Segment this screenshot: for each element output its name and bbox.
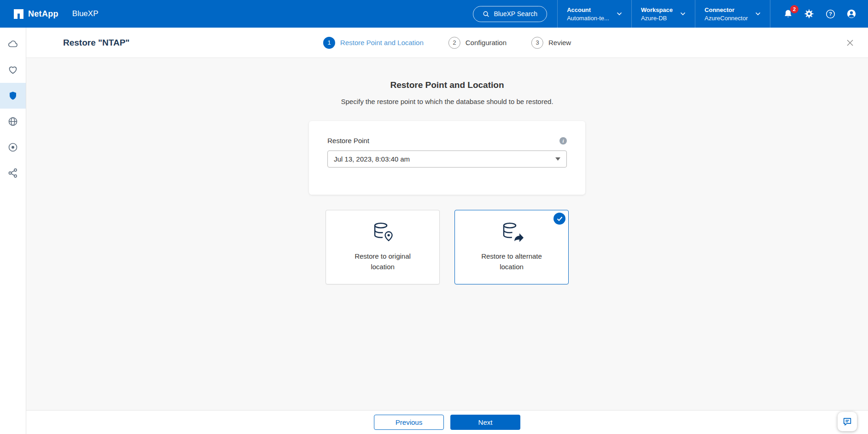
left-sidebar [0, 28, 26, 434]
selected-check-badge [553, 213, 565, 225]
canvas-icon [7, 39, 18, 50]
restore-alternate-location-card[interactable]: Restore to alternate location [454, 210, 569, 284]
help-button[interactable]: ? [825, 8, 836, 19]
wizard-footer: Previous Next [26, 410, 868, 434]
database-pin-icon [370, 220, 395, 245]
observability-icon [7, 142, 18, 153]
option-label: Restore to original location [347, 251, 419, 272]
sidebar-item-protection[interactable] [0, 83, 26, 109]
connector-menu-value: AzureConnector [705, 15, 748, 22]
connector-menu-label: Connector [705, 6, 748, 13]
location-options: Restore to original location [26, 210, 868, 284]
close-wizard-button[interactable] [845, 38, 855, 48]
select-caret-icon [555, 157, 560, 161]
info-icon[interactable]: i [559, 137, 567, 145]
brand: NetApp [14, 9, 58, 19]
chevron-down-icon [617, 12, 622, 16]
chat-launcher-button[interactable] [838, 412, 857, 431]
step-2-label: Configuration [466, 39, 507, 46]
close-icon [847, 40, 853, 47]
restore-point-card: Restore Point i Jul 13, 2023, 8:03:40 am [309, 121, 585, 195]
protection-shield-icon [7, 90, 18, 101]
workspace-menu-value: Azure-DB [641, 15, 673, 22]
gear-icon [804, 9, 814, 19]
option-label: Restore to alternate location [476, 251, 548, 272]
step-2-number: 2 [449, 37, 460, 49]
wizard-step-1: 1 Restore Point and Location [323, 37, 424, 49]
account-menu-value: Automation-te... [567, 15, 609, 22]
workspace-menu[interactable]: Workspace Azure-DB [632, 0, 695, 28]
sidebar-item-health[interactable] [0, 57, 26, 83]
previous-button[interactable]: Previous [374, 415, 444, 430]
step-1-number: 1 [323, 37, 335, 49]
top-header: NetApp BlueXP BlueXP Search Account Auto… [0, 0, 868, 28]
product-name: BlueXP [72, 9, 99, 18]
connector-menu[interactable]: Connector AzureConnector [695, 0, 770, 28]
wizard-stepper: 1 Restore Point and Location 2 Configura… [323, 37, 571, 49]
step-3-number: 3 [531, 37, 543, 49]
restore-point-value: Jul 13, 2023, 8:03:40 am [334, 155, 410, 163]
search-icon [483, 11, 489, 17]
workspace-menu-label: Workspace [641, 6, 673, 13]
brand-name: NetApp [28, 9, 58, 19]
restore-point-select[interactable]: Jul 13, 2023, 8:03:40 am [327, 150, 567, 168]
user-account-button[interactable] [846, 8, 857, 19]
account-menu[interactable]: Account Automation-te... [558, 0, 631, 28]
notifications-button[interactable]: 2 [782, 8, 793, 19]
bluexp-search-button[interactable]: BlueXP Search [473, 6, 547, 22]
extensions-share-icon [7, 168, 18, 179]
svg-text:?: ? [829, 11, 832, 17]
wizard-step-3: 3 Review [531, 37, 571, 49]
settings-button[interactable] [804, 8, 815, 19]
wizard-step-2: 2 Configuration [449, 37, 507, 49]
database-arrow-icon [499, 220, 524, 245]
netapp-logo-icon [14, 9, 23, 19]
mobility-globe-icon [7, 116, 18, 127]
restore-point-label: Restore Point [327, 137, 369, 145]
chevron-down-icon [755, 12, 761, 16]
content-subheading: Specify the restore point to which the d… [26, 98, 868, 105]
health-icon [7, 64, 18, 75]
chat-bubble-icon [842, 417, 852, 427]
sidebar-item-mobility[interactable] [0, 109, 26, 134]
sidebar-item-observability[interactable] [0, 134, 26, 160]
step-3-label: Review [548, 39, 571, 46]
content-heading: Restore Point and Location [26, 80, 868, 90]
wizard-content: Restore Point and Location Specify the r… [26, 58, 868, 410]
page-title: Restore "NTAP" [63, 38, 129, 48]
search-label: BlueXP Search [494, 10, 537, 17]
sidebar-item-extensions[interactable] [0, 160, 26, 186]
chevron-down-icon [680, 12, 686, 16]
user-icon [846, 9, 856, 19]
account-menu-label: Account [567, 6, 609, 13]
notification-badge: 2 [790, 5, 798, 13]
restore-original-location-card[interactable]: Restore to original location [326, 210, 440, 284]
wizard-header: Restore "NTAP" 1 Restore Point and Locat… [26, 28, 868, 58]
next-button[interactable]: Next [450, 415, 520, 430]
step-1-label: Restore Point and Location [340, 39, 424, 46]
sidebar-item-canvas[interactable] [0, 31, 26, 57]
help-icon: ? [826, 9, 835, 19]
